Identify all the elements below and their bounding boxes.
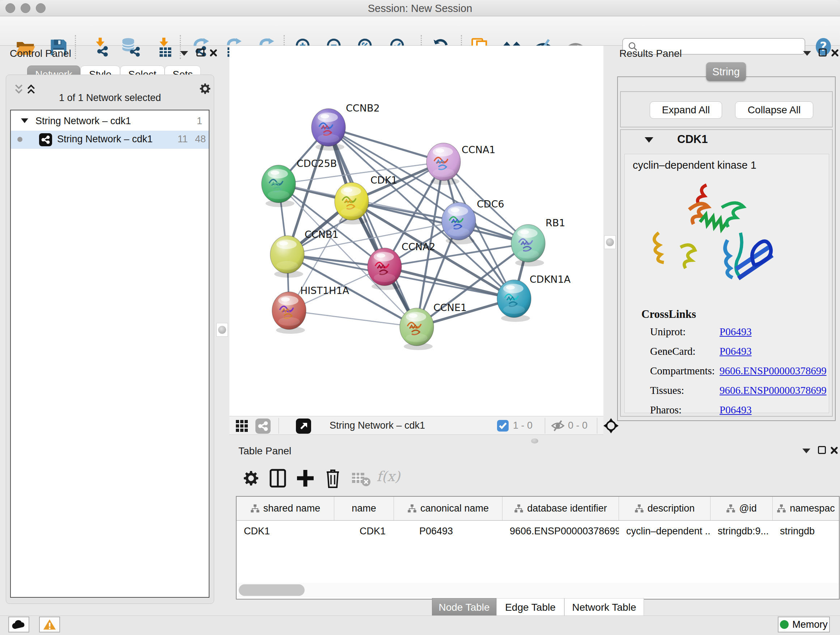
- network-node-cdk1: [335, 182, 369, 220]
- column-header[interactable]: canonical name: [394, 497, 502, 520]
- crosslink-pharos-link[interactable]: P06493: [720, 404, 752, 416]
- network-label: String Network – cdk1: [57, 134, 153, 145]
- gene-collapse-icon[interactable]: [645, 137, 653, 143]
- control-panel-title: Control Panel: [10, 48, 71, 59]
- table-row[interactable]: CDK1 CDK1 P06493 9606.ENSP00000378699 cy…: [237, 521, 839, 542]
- shared-column-icon: [777, 504, 786, 513]
- network-node-hist1h1a: [272, 292, 306, 329]
- network-node-ccnb1: [270, 236, 304, 273]
- float-panel-icon[interactable]: [818, 446, 826, 454]
- column-header[interactable]: name: [334, 497, 394, 520]
- table-options-gear-icon[interactable]: [242, 467, 260, 489]
- column-header[interactable]: @id: [711, 497, 773, 520]
- main-toolbar: ?: [0, 16, 840, 46]
- selected-checkbox-icon[interactable]: [497, 420, 508, 432]
- panel-menu-icon[interactable]: [180, 51, 188, 57]
- network-options-gear-icon[interactable]: [199, 82, 212, 95]
- crosslinks-title: CrossLinks: [641, 308, 696, 321]
- network-node-cdc6: [442, 203, 476, 240]
- column-header[interactable]: shared name: [237, 497, 334, 520]
- collection-expand-icon[interactable]: [21, 119, 28, 123]
- tab-network-table[interactable]: Network Table: [564, 598, 644, 617]
- float-panel-icon[interactable]: [819, 49, 827, 57]
- network-node-ccna2: [368, 248, 401, 286]
- memory-button[interactable]: Memory: [778, 616, 830, 632]
- crosslink-label: Pharos:: [650, 404, 682, 416]
- svg-text:CCNB2: CCNB2: [346, 103, 380, 114]
- network-node-cdkn1a: [497, 280, 531, 318]
- close-panel-icon[interactable]: [831, 49, 839, 57]
- network-canvas[interactable]: CCNB2CCNA1CDC25BCDK1CDC6RB1CCNB1CCNA2CDK…: [229, 46, 603, 416]
- gene-symbol: CDK1: [677, 133, 707, 146]
- crosslink-label: GeneCard:: [650, 345, 696, 357]
- close-panel-icon[interactable]: [830, 446, 838, 455]
- crosslink-tissues-link[interactable]: 9606.ENSP00000378699: [720, 385, 827, 396]
- scrollbar-thumb[interactable]: [239, 584, 305, 596]
- network-node-count: 11: [178, 134, 188, 145]
- clear-table-icon[interactable]: [351, 467, 371, 489]
- warnings-button[interactable]: [39, 616, 60, 632]
- network-node-ccnb2: [311, 109, 346, 146]
- network-row[interactable]: String Network – cdk1 11 48: [11, 131, 209, 149]
- network-tree: String Network – cdk1 1 String Network –…: [10, 110, 210, 598]
- cloud-icon: [11, 619, 26, 630]
- table-panel-title: Table Panel: [238, 445, 291, 456]
- svg-text:CDKN1A: CDKN1A: [530, 274, 571, 285]
- detach-view-icon[interactable]: [296, 418, 311, 434]
- left-splitter-handle[interactable]: [216, 323, 228, 337]
- footer-separator: [597, 418, 597, 434]
- hidden-eye-slash-icon[interactable]: [551, 420, 565, 432]
- expand-all-button[interactable]: Expand All: [650, 101, 722, 119]
- footer-separator: [545, 418, 545, 434]
- svg-text:HIST1H1A: HIST1H1A: [300, 285, 349, 296]
- svg-text:CCNA2: CCNA2: [401, 241, 436, 252]
- cloud-status-button[interactable]: [8, 616, 29, 632]
- show-columns-icon[interactable]: [269, 467, 287, 489]
- shared-column-icon: [514, 504, 523, 513]
- function-builder-icon[interactable]: f(x): [377, 469, 400, 485]
- crosslink-compartments-link[interactable]: 9606.ENSP00000378699: [720, 365, 827, 377]
- network-collection-row[interactable]: String Network – cdk1 1: [11, 112, 209, 131]
- svg-text:CCNE1: CCNE1: [433, 302, 467, 313]
- tab-string[interactable]: String: [706, 62, 746, 81]
- svg-text:CDC6: CDC6: [477, 198, 504, 210]
- float-panel-icon[interactable]: [196, 49, 204, 57]
- collection-label: String Network – cdk1: [35, 116, 131, 127]
- gene-details: cyclin–dependent kinase 1: [624, 154, 829, 413]
- gene-description: cyclin–dependent kinase 1: [633, 159, 756, 171]
- network-status-dot: [17, 137, 22, 142]
- network-node-cdc25b: [262, 165, 295, 203]
- control-panel: Control Panel Network Style Select Sets …: [4, 46, 216, 605]
- hidden-count: 0 - 0: [568, 420, 587, 431]
- grid-view-icon[interactable]: [235, 419, 249, 433]
- tab-node-table[interactable]: Node Table: [432, 598, 496, 617]
- app-window: Session: New Session: [0, 0, 840, 635]
- network-selection-info: 1 of 1 Network selected: [6, 92, 214, 108]
- horizontal-scrollbar[interactable]: [237, 583, 839, 597]
- results-buttons-box: Expand All Collapse All: [620, 91, 833, 127]
- shared-column-icon: [635, 504, 644, 513]
- column-header[interactable]: description: [619, 497, 711, 520]
- memory-status-icon: [780, 620, 789, 629]
- protein-structure-image: [646, 177, 783, 296]
- svg-text:RB1: RB1: [546, 217, 565, 228]
- network-view-toolbar: String Network – cdk1 1 - 0 0 - 0: [229, 416, 603, 435]
- crosslink-uniprot-link[interactable]: P06493: [720, 326, 752, 338]
- window-title: Session: New Session: [0, 3, 840, 14]
- svg-text:CDC25B: CDC25B: [297, 158, 337, 169]
- table-panel: Table Panel f(x) shared name name canoni…: [234, 440, 840, 616]
- network-node-ccna1: [426, 143, 461, 181]
- panel-menu-icon[interactable]: [802, 448, 810, 455]
- network-share-view-icon[interactable]: [256, 418, 271, 434]
- crosslink-genecard-link[interactable]: P06493: [720, 345, 752, 357]
- tab-edge-table[interactable]: Edge Table: [496, 598, 564, 617]
- collapse-all-button[interactable]: Collapse All: [735, 101, 813, 119]
- add-column-icon[interactable]: [296, 467, 314, 489]
- delete-column-icon[interactable]: [324, 467, 342, 489]
- column-header[interactable]: namespac: [773, 497, 839, 520]
- panel-menu-icon[interactable]: [803, 51, 811, 57]
- close-panel-icon[interactable]: [209, 49, 218, 57]
- column-header[interactable]: database identifier: [502, 497, 619, 520]
- svg-text:CCNB1: CCNB1: [305, 229, 339, 240]
- shared-column-icon: [250, 504, 260, 513]
